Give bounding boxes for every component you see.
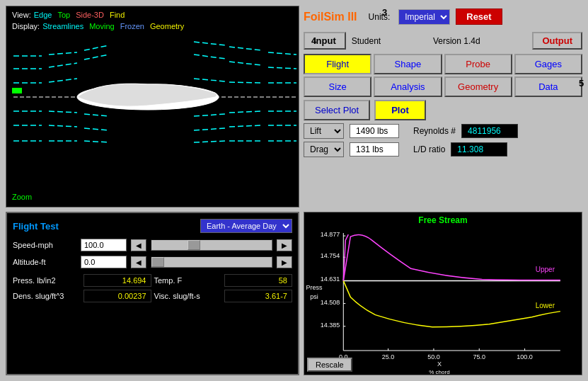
app-title: FoilSim III (304, 11, 357, 23)
svg-line-13 (49, 79, 77, 82)
rescale-button[interactable]: Rescale (307, 358, 352, 372)
nav-size-btn[interactable]: Size (304, 76, 371, 97)
reynolds-label: Reynolds # (413, 126, 456, 136)
pressure-chart-panel: Free Stream 14.877 14.754 14.631 14.508 … (304, 212, 582, 375)
press-value: 14.694 (83, 274, 151, 287)
speed-label: Speed-mph (13, 241, 76, 249)
speed-input[interactable] (81, 239, 127, 251)
nav-geometry-btn[interactable]: Geometry (444, 76, 512, 97)
dens-value: 0.00237 (83, 290, 151, 302)
temp-label: Temp. F (154, 274, 222, 287)
svg-line-8 (84, 55, 109, 59)
output-button[interactable]: Output (532, 32, 582, 50)
environment-select[interactable]: Earth - Average Day Mars Moon (200, 219, 292, 233)
airfoil-visualization (6, 6, 299, 207)
visualization-panel: View: Edge Top Side-3D Find Display: Str… (6, 6, 299, 207)
units-select[interactable]: Imperial Metric (398, 9, 450, 25)
drag-select[interactable]: Drag Lift (304, 142, 344, 157)
dens-label: Dens. slug/ft^3 (13, 290, 81, 302)
drag-row: Drag Lift 131 lbs L/D ratio 11.308 (304, 142, 582, 157)
nav-shape-btn[interactable]: Shape (374, 54, 442, 74)
visc-value: 3.61-7 (224, 290, 292, 302)
nav-analysis-btn[interactable]: Analysis (374, 76, 442, 97)
svg-text:100.0: 100.0 (517, 353, 533, 360)
svg-text:X: X (437, 360, 442, 368)
reset-button[interactable]: Reset (456, 8, 502, 25)
plot-button[interactable]: Plot (374, 100, 426, 120)
svg-line-15 (229, 82, 261, 83)
svg-text:75.0: 75.0 (473, 353, 485, 360)
altitude-left-btn[interactable]: ◀ (131, 256, 146, 268)
svg-line-24 (49, 125, 77, 127)
svg-line-18 (49, 111, 77, 113)
nav-grid: Flight Shape Probe Gages Size Analysis G… (304, 54, 582, 97)
nav-data-btn[interactable]: Data (514, 76, 582, 97)
altitude-label: Altitude-ft (13, 258, 76, 266)
speed-slider-track[interactable] (151, 239, 272, 251)
lift-row: Lift Drag 1490 lbs Reynolds # 4811956 (304, 123, 582, 139)
svg-text:14.508: 14.508 (321, 299, 340, 306)
lift-value: 1490 lbs (350, 124, 399, 138)
svg-line-27 (229, 125, 261, 127)
zoom-label: Zoom (12, 193, 32, 201)
flight-test-panel: Flight Test Earth - Average Day Mars Moo… (6, 212, 299, 375)
altitude-right-btn[interactable]: ▶ (277, 256, 292, 268)
speed-left-btn[interactable]: ◀ (131, 239, 146, 251)
press-label: Press. lb/in2 (13, 274, 81, 287)
svg-text:14.877: 14.877 (321, 231, 340, 238)
svg-line-7 (49, 63, 77, 67)
altitude-slider-thumb[interactable] (151, 257, 164, 267)
label-3: 3 (382, 7, 387, 18)
select-plot-row: Select Plot Plot (304, 100, 582, 120)
flight-test-title: Flight Test (13, 221, 59, 232)
svg-line-19 (84, 114, 109, 116)
label-4: 4 (311, 35, 316, 46)
lift-select[interactable]: Lift Drag (304, 123, 344, 139)
altitude-row: Altitude-ft ◀ ▶ (13, 256, 292, 268)
svg-line-32 (194, 141, 226, 142)
svg-text:% chord: % chord (429, 369, 449, 375)
svg-text:Upper: Upper (536, 266, 555, 273)
nav-gages-btn[interactable]: Gages (514, 54, 582, 74)
select-plot-button[interactable]: Select Plot (304, 100, 370, 120)
drag-value: 131 lbs (350, 142, 399, 157)
svg-line-21 (229, 111, 261, 113)
svg-text:25.0: 25.0 (382, 353, 395, 360)
version-label: Version 1.4d (386, 36, 526, 46)
svg-text:14.754: 14.754 (321, 252, 340, 259)
nav-probe-btn[interactable]: Probe (444, 54, 512, 74)
svg-rect-38 (12, 88, 22, 93)
altitude-slider-track[interactable] (151, 256, 272, 268)
nav-flight-btn[interactable]: Flight (304, 54, 371, 74)
svg-line-9 (194, 55, 226, 59)
svg-line-5 (268, 52, 296, 55)
svg-line-20 (194, 114, 226, 116)
svg-line-10 (229, 62, 261, 65)
pressure-chart-svg: 14.877 14.754 14.631 14.508 14.385 0.0 2… (304, 212, 582, 375)
svg-line-26 (194, 128, 226, 130)
input-button[interactable]: Input (304, 32, 346, 50)
ld-ratio-label: L/D ratio (413, 144, 445, 154)
speed-slider-thumb[interactable] (188, 240, 200, 250)
student-label: Student (352, 36, 381, 46)
svg-line-25 (84, 128, 109, 130)
svg-text:psi: psi (310, 293, 318, 300)
control-panel: FoilSim III Units: Imperial Metric Reset… (304, 6, 582, 207)
svg-text:14.631: 14.631 (321, 275, 340, 283)
label-6: 6 (8, 220, 13, 230)
svg-line-2 (84, 45, 109, 50)
svg-line-3 (194, 42, 226, 45)
svg-line-4 (229, 47, 261, 50)
temp-value: 58 (224, 274, 292, 287)
label-5: 5 (579, 78, 584, 89)
data-grid: Press. lb/in2 14.694 Temp. F 58 Dens. sl… (13, 274, 292, 302)
speed-right-btn[interactable]: ▶ (277, 239, 292, 251)
svg-line-31 (84, 141, 109, 142)
altitude-input[interactable] (81, 256, 127, 268)
visc-label: Visc. slug/ft-s (154, 290, 222, 302)
speed-row: Speed-mph ◀ ▶ (13, 239, 292, 251)
svg-line-14 (194, 79, 226, 81)
svg-text:14.385: 14.385 (321, 322, 340, 329)
svg-line-1 (49, 52, 77, 55)
svg-text:Press: Press (306, 284, 323, 291)
